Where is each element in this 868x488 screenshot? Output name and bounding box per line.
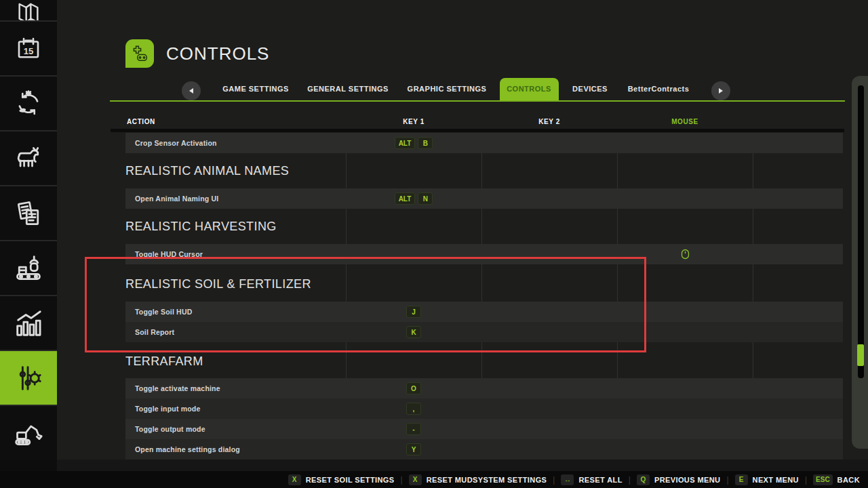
key-badge: X [409, 474, 422, 485]
column-header-action: ACTION [127, 118, 155, 125]
tabs-next-button[interactable] [711, 81, 730, 100]
key-badge: X [288, 474, 301, 485]
reset-soil-settings-button[interactable]: X RESET SOIL SETTINGS [288, 474, 395, 485]
sidebar-item-statistics[interactable] [0, 295, 57, 350]
action-label: Toggle Soil HUD [135, 302, 192, 322]
main-panel: CONTROLS GAME SETTINGS GENERAL SETTINGS … [57, 0, 868, 471]
table-row[interactable]: Open Animal Naming UI ALTN [125, 188, 843, 209]
section-heading: REALISTIC ANIMAL NAMES [125, 161, 868, 180]
section-heading: REALISTIC HARVESTING [125, 217, 868, 236]
gamepad-icon [130, 44, 149, 63]
key-badge[interactable]: K [406, 326, 421, 338]
key-badge[interactable]: N [418, 192, 433, 205]
action-label: Open Animal Naming UI [135, 188, 218, 209]
content-bottom-strip [57, 460, 868, 471]
back-button[interactable]: ESC BACK [813, 474, 860, 485]
action-label: Crop Sensor Activation [135, 133, 217, 153]
next-menu-button[interactable]: E NEXT MENU [735, 474, 799, 485]
chevron-right-icon [719, 88, 723, 94]
sidebar-item-contracts[interactable] [0, 185, 57, 240]
tab-bettercontracts[interactable]: BetterContracts [628, 85, 690, 93]
tab-controls[interactable]: CONTROLS [507, 85, 551, 93]
table-row[interactable]: Crop Sensor Activation ALTB [125, 133, 843, 153]
tab-underline [110, 100, 845, 102]
table-row[interactable]: Toggle activate machine O [125, 378, 843, 399]
calendar-icon: 15 [14, 35, 43, 63]
key-badge: E [735, 474, 748, 485]
column-header-key1: KEY 1 [346, 118, 481, 125]
table-row[interactable]: Soil Report K [125, 322, 843, 342]
sidebar-item-production[interactable] [0, 240, 57, 295]
sidebar-item-crop-rotation[interactable] [0, 75, 57, 130]
svg-text:15: 15 [24, 45, 34, 56]
sidebar-item-map[interactable] [0, 0, 57, 20]
table-row[interactable]: Open machine settings dialog Y [125, 439, 843, 460]
key-badge[interactable]: J [406, 306, 421, 318]
key-badge[interactable]: , [406, 403, 421, 415]
mouse-icon [681, 249, 690, 260]
column-header-mouse: MOUSE [617, 118, 753, 125]
table-row[interactable]: Toggle output mode - [125, 419, 843, 439]
tab-graphic-settings[interactable]: GRAPHIC SETTINGS [408, 85, 487, 93]
action-label: Soil Report [135, 322, 174, 342]
key-badge: ESC [813, 474, 833, 485]
table-row[interactable]: Toggle HUD Cursor [125, 244, 843, 264]
chevron-left-icon [189, 88, 193, 94]
bindings-list: Crop Sensor Activation ALTB REALISTIC AN… [57, 133, 868, 460]
key-badge[interactable]: ALT [395, 137, 416, 149]
production-icon [14, 253, 43, 283]
section-heading: TERRAFARM [125, 352, 868, 371]
controls-page-icon [125, 39, 154, 68]
tab-general-settings[interactable]: GENERAL SETTINGS [307, 85, 389, 93]
action-label: Toggle activate machine [135, 378, 220, 399]
table-row[interactable]: Toggle input mode , [125, 399, 843, 419]
tab-game-settings[interactable]: GAME SETTINGS [222, 85, 289, 93]
previous-menu-button[interactable]: Q PREVIOUS MENU [637, 474, 721, 485]
header-divider [111, 129, 844, 132]
map-icon [15, 1, 42, 20]
tab-bar: GAME SETTINGS GENERAL SETTINGS GRAPHIC S… [57, 78, 868, 102]
settings-icon [13, 363, 44, 394]
tab-devices[interactable]: DEVICES [572, 85, 608, 93]
action-label: Toggle output mode [135, 419, 205, 439]
key-badge[interactable]: - [406, 423, 421, 435]
scrollbar-track[interactable] [858, 85, 864, 378]
action-label: Toggle input mode [135, 399, 201, 419]
table-row[interactable]: Toggle Soil HUD J [125, 302, 843, 322]
sidebar-item-animals[interactable] [0, 130, 57, 185]
key-badge[interactable]: O [406, 382, 421, 394]
construction-icon [14, 418, 43, 448]
contracts-icon [14, 199, 43, 228]
reset-mudsystem-settings-button[interactable]: X RESET MUDSYSTEM SETTINGS [409, 474, 547, 485]
page-title: CONTROLS [166, 43, 269, 64]
reset-all-button[interactable]: ↔ RESET ALL [561, 474, 622, 485]
action-label: Open machine settings dialog [135, 439, 240, 460]
column-header-key2: KEY 2 [481, 118, 617, 125]
sidebar-item-calendar[interactable]: 15 [0, 20, 57, 75]
key-badge[interactable]: ALT [395, 192, 416, 205]
key-badge: Q [637, 474, 650, 485]
sidebar: 15 [0, 0, 57, 471]
sidebar-item-construction[interactable] [0, 405, 57, 460]
sidebar-item-settings[interactable] [0, 350, 57, 405]
action-label: Toggle HUD Cursor [135, 244, 203, 264]
key-badge: ↔ [561, 474, 574, 485]
bottom-bar: X RESET SOIL SETTINGS | X RESET MUDSYSTE… [0, 471, 868, 488]
statistics-icon [13, 308, 44, 339]
scrollbar-thumb[interactable] [857, 344, 864, 366]
crop-rotation-icon [14, 89, 43, 118]
tabs-prev-button[interactable] [182, 81, 201, 100]
section-heading: REALISTIC SOIL & FERTILIZER [125, 274, 868, 293]
key-badge[interactable]: Y [406, 443, 421, 455]
key-badge[interactable]: B [418, 137, 433, 149]
animals-icon [14, 144, 43, 174]
